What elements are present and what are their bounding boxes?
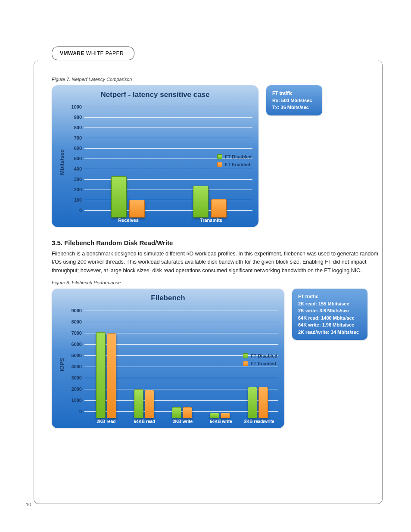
figure7-infobox: FT traffic Rx: 500 Mbits/sec Tx: 36 Mbit… (266, 85, 322, 115)
bar (221, 413, 230, 418)
bar (210, 413, 219, 418)
chart2-ylabel: IOPS (59, 358, 65, 371)
bar-group (111, 176, 145, 218)
infobox-line: Tx: 36 Mbits/sec (272, 104, 316, 111)
figure8-infobox: FT traffic 2K read: 155 Mbits/sec 2K wri… (292, 289, 367, 340)
y-tick-label: 6000 (66, 342, 84, 347)
infobox-line: 2K write: 3.6 Mbits/sec (298, 307, 361, 314)
y-tick-label: 400 (66, 166, 84, 171)
bar-group (193, 186, 227, 218)
legend-label-b: FT Enabled (251, 361, 276, 366)
bar-group (134, 389, 154, 419)
doc-type: WHITE PAPER (86, 50, 124, 56)
gridline (84, 107, 252, 107)
bar (96, 332, 106, 418)
legend-label-a: FT Disabled (251, 353, 277, 358)
bar (145, 390, 154, 418)
bar-group (210, 413, 230, 418)
bar (134, 389, 143, 419)
y-tick-label: 3000 (66, 375, 84, 380)
y-tick-label: 0 (66, 208, 84, 213)
y-tick-label: 5000 (66, 353, 84, 358)
figure7-caption: Figure 7. Netperf Latency Comparison (52, 77, 383, 82)
chart-filebench: Filebench FT Disabled FT Enabled IOPS 90… (52, 289, 284, 428)
tick-row: 9000 (66, 305, 278, 316)
figure8-caption: Figure 8. Filebench Performance (52, 280, 383, 285)
y-tick-label: 9000 (66, 308, 84, 313)
x-tick-label: 64KB read (125, 419, 164, 424)
chart2-title: Filebench (58, 294, 278, 302)
x-tick-label: 2KB write (164, 419, 202, 424)
bar (193, 186, 209, 218)
bar (211, 199, 227, 218)
y-tick-label: 500 (66, 156, 84, 161)
y-tick-label: 100 (66, 197, 84, 202)
y-tick-label: 200 (66, 187, 84, 192)
bar (248, 387, 257, 418)
y-tick-label: 600 (66, 146, 84, 151)
x-tick-label: Receives (87, 218, 170, 223)
figure8-row: Filebench FT Disabled FT Enabled IOPS 90… (52, 289, 383, 428)
bar (258, 387, 268, 418)
y-tick-label: 700 (66, 135, 84, 140)
bar (183, 407, 192, 418)
bar-group (172, 407, 192, 418)
bar (129, 200, 145, 218)
bar-group (96, 332, 116, 418)
y-tick-label: 800 (66, 125, 84, 130)
y-tick-label: 1000 (66, 104, 84, 109)
chart1-legend: FT Disabled FT Enabled (217, 154, 252, 167)
infobox-title: FT traffic (272, 90, 316, 97)
figure7-row: Netperf - latency sensitive case FT Disa… (52, 85, 383, 227)
y-tick-label: 7000 (66, 330, 84, 336)
brand: VMWARE (60, 50, 84, 56)
x-tick-label: 2KB read (87, 419, 125, 424)
y-tick-label: 8000 (66, 319, 84, 324)
legend-label-a: FT Disabled (225, 154, 252, 159)
section-heading: 3.5. Filebench Random Disk Read/Write (52, 239, 383, 246)
x-tick-label: 2KB read/write (240, 419, 278, 424)
chart-netperf: Netperf - latency sensitive case FT Disa… (52, 85, 258, 227)
chart2-legend: FT Disabled FT Enabled (243, 353, 277, 366)
chart1-title: Netperf - latency sensitive case (58, 90, 252, 99)
infobox-title: FT traffic (298, 293, 361, 300)
infobox-line: 64K read: 1400 Mbits/sec (298, 314, 361, 322)
swatch-ft-disabled (217, 154, 222, 159)
gridline (84, 311, 278, 311)
tick-row: 1000 (66, 102, 252, 112)
section-body: Filebench is a benchmark designed to sim… (52, 250, 383, 275)
x-tick-label: Transmits (170, 218, 252, 223)
bar (172, 407, 181, 418)
y-tick-label: 4000 (66, 364, 84, 369)
infobox-line: Rx: 500 Mbits/sec (272, 97, 316, 104)
y-tick-label: 900 (66, 115, 84, 120)
header-tab: VMWARE WHITE PAPER (52, 47, 134, 60)
swatch-ft-disabled (243, 353, 248, 358)
swatch-ft-enabled (243, 361, 248, 366)
infobox-line: 2K read: 155 Mbits/sec (298, 300, 361, 308)
x-tick-label: 64KB write (202, 419, 240, 424)
bar (111, 176, 127, 218)
y-tick-label: 1000 (66, 398, 84, 403)
swatch-ft-enabled (217, 162, 222, 167)
infobox-line: 2K read/write: 34 Mbits/sec (298, 329, 361, 336)
page-number: 10 (26, 502, 31, 507)
y-tick-label: 300 (66, 177, 84, 182)
infobox-line: 64K write: 1.96 Mbits/sec (298, 321, 361, 329)
bar-group (248, 387, 268, 418)
page-content: Figure 7. Netperf Latency Comparison Net… (52, 77, 383, 440)
chart1-ylabel: Mbits/sec (59, 149, 65, 175)
y-tick-label: 0 (66, 409, 84, 414)
y-tick-label: 2000 (66, 386, 84, 392)
bar (107, 333, 116, 419)
legend-label-b: FT Enabled (225, 162, 250, 167)
